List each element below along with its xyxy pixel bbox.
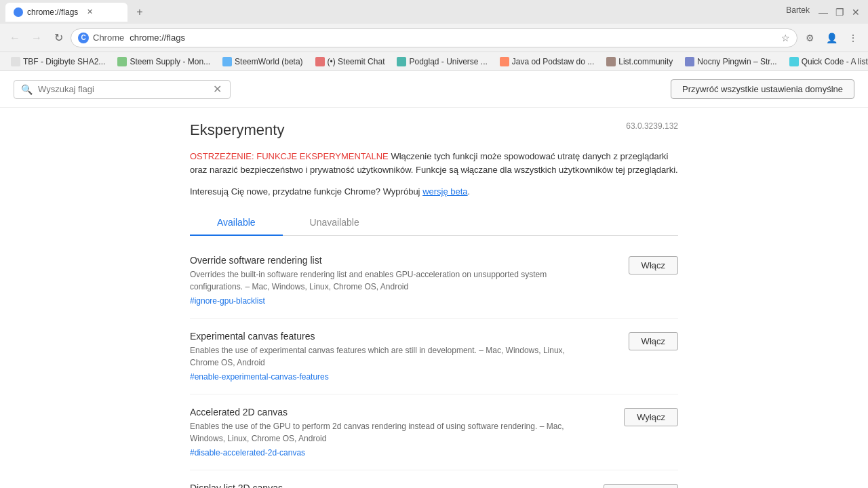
warning-label: OSTRZEŻENIE: FUNKCJE EKSPERYMENTALNE <box>190 151 389 161</box>
feature-btn-3[interactable]: Wyłącz <box>624 408 678 426</box>
bookmark-label-quick-code: Quick Code - A list o... <box>802 57 868 66</box>
bookmarks-bar: TBF - Digibyte SHA2... Steem Supply - Mo… <box>0 52 868 71</box>
nav-bar: ← → ↻ C Chrome chrome://flags ☆ ⚙ 👤 ⋮ <box>0 24 868 52</box>
title-bar: chrome://flags ✕ + Bartek — ❐ ✕ <box>0 0 868 24</box>
feature-override-software-rendering: Override software rendering list Overrid… <box>190 243 678 319</box>
bookmark-favicon-listcommunity <box>606 57 616 66</box>
bookmark-favicon-steemworld <box>222 57 232 66</box>
bookmark-favicon-nocny-pingwin <box>685 57 694 66</box>
bookmark-quick-code[interactable]: Quick Code - A list o... <box>784 54 868 69</box>
minimize-button[interactable]: — <box>816 5 830 19</box>
search-wrap: 🔍 ✕ <box>14 80 231 99</box>
feature-desc-3: Enables the use of the GPU to perform 2d… <box>190 420 590 445</box>
feature-name-3: Accelerated 2D canvas <box>190 407 590 418</box>
bookmark-podglad[interactable]: Podgląd - Universe ... <box>391 54 492 69</box>
bookmark-tbf[interactable]: TBF - Digibyte SHA2... <box>5 54 111 69</box>
bookmark-label-java: Java od Podstaw do ... <box>512 57 594 66</box>
window-controls: Bartek — ❐ ✕ <box>786 5 863 19</box>
forward-button[interactable]: → <box>27 28 46 47</box>
feature-name-1: Override software rendering list <box>190 255 590 266</box>
feature-link-2[interactable]: #enable-experimental-canvas-features <box>190 372 329 382</box>
feature-control-3: Wyłącz <box>604 407 678 426</box>
feature-btn-2[interactable]: Włącz <box>629 332 678 350</box>
bookmark-favicon-steemit-chat <box>315 57 325 66</box>
feature-select-4[interactable]: Default Enabled Disabled <box>604 484 678 488</box>
extensions-button[interactable]: ⚙ <box>800 28 819 47</box>
bookmark-favicon-quick-code <box>789 57 799 66</box>
feature-control-4: Default Enabled Disabled <box>604 483 678 488</box>
page-title: Eksperymenty <box>190 121 284 139</box>
feature-link-3[interactable]: #disable-accelerated-2d-canvas <box>190 448 305 458</box>
feature-desc-1: Overrides the built-in software renderin… <box>190 268 590 293</box>
maximize-button[interactable]: ❐ <box>833 5 846 19</box>
bookmark-favicon-java <box>500 57 509 66</box>
user-avatar-button[interactable]: 👤 <box>822 28 841 47</box>
feature-experimental-canvas: Experimental canvas features Enables the… <box>190 319 678 394</box>
bookmark-steemit-chat[interactable]: (•) Steemit Chat <box>310 54 391 69</box>
content-area: 🔍 ✕ Przywróć wszystkie ustawienia domyśl… <box>0 71 868 488</box>
feature-info-4: Display list 2D canvas Enables the use o… <box>190 483 590 488</box>
feature-list: Override software rendering list Overrid… <box>190 236 678 488</box>
experiments-header: Eksperymenty 63.0.3239.132 <box>190 121 678 139</box>
address-text: chrome://flags <box>130 33 777 43</box>
feature-btn-1[interactable]: Włącz <box>629 256 678 274</box>
feature-info-2: Experimental canvas features Enables the… <box>190 331 590 382</box>
flags-search-bar: 🔍 ✕ Przywróć wszystkie ustawienia domyśl… <box>0 71 868 108</box>
beta-prompt: Interesują Cię nowe, przydatne funkcje C… <box>190 186 422 197</box>
reload-button[interactable]: ↻ <box>49 28 68 47</box>
bookmark-label-steem-supply: Steem Supply - Mon... <box>130 57 210 66</box>
tabs-bar: Available Unavailable <box>190 210 678 236</box>
close-button[interactable]: ✕ <box>849 5 863 19</box>
search-icon: 🔍 <box>21 84 33 95</box>
back-button[interactable]: ← <box>5 28 24 47</box>
person-name-title: Bartek <box>786 5 810 19</box>
bookmark-steemworld[interactable]: SteemWorld (beta) <box>217 54 308 69</box>
search-clear-button[interactable]: ✕ <box>211 83 223 96</box>
reset-all-button[interactable]: Przywróć wszystkie ustawienia domyślne <box>671 79 854 99</box>
beta-link[interactable]: wersję beta <box>422 186 467 197</box>
bookmark-label-nocny-pingwin: Nocny Pingwin – Str... <box>697 57 776 66</box>
tab-close-button[interactable]: ✕ <box>85 7 94 17</box>
bookmark-star-icon[interactable]: ☆ <box>781 33 790 43</box>
site-icon: C <box>78 33 89 43</box>
new-tab-button[interactable]: + <box>132 4 148 20</box>
search-input[interactable] <box>38 84 205 94</box>
bookmark-nocny-pingwin[interactable]: Nocny Pingwin – Str... <box>679 54 782 69</box>
feature-name-2: Experimental canvas features <box>190 331 590 342</box>
feature-accelerated-2d-canvas: Accelerated 2D canvas Enables the use of… <box>190 394 678 470</box>
bookmark-label-listcommunity: List.community <box>618 57 673 66</box>
bookmark-label-steemworld: SteemWorld (beta) <box>235 57 302 66</box>
bookmark-favicon-podglad <box>397 57 406 66</box>
feature-link-1[interactable]: #ignore-gpu-blacklist <box>190 296 265 306</box>
bookmark-favicon-steem-supply <box>117 57 127 66</box>
bookmark-listcommunity[interactable]: List.community <box>601 54 678 69</box>
menu-button[interactable]: ⋮ <box>844 28 863 47</box>
feature-desc-2: Enables the use of experimental canvas f… <box>190 344 590 369</box>
feature-control-2: Włącz <box>604 331 678 350</box>
nav-right-controls: ⚙ 👤 ⋮ <box>800 28 863 47</box>
tab-available[interactable]: Available <box>190 210 283 236</box>
experiments-content: Eksperymenty 63.0.3239.132 OSTRZEŻENIE: … <box>95 108 773 488</box>
bookmark-steem-supply[interactable]: Steem Supply - Mon... <box>112 54 216 69</box>
tab-title: chrome://flags <box>27 7 78 17</box>
bookmark-label-tbf: TBF - Digibyte SHA2... <box>23 57 105 66</box>
feature-name-4: Display list 2D canvas <box>190 483 590 488</box>
warning-text: OSTRZEŻENIE: FUNKCJE EKSPERYMENTALNE Włą… <box>190 150 678 176</box>
feature-info-1: Override software rendering list Overrid… <box>190 255 590 306</box>
tab-favicon <box>14 7 23 17</box>
bookmark-java[interactable]: Java od Podstaw do ... <box>494 54 599 69</box>
feature-display-list-2d-canvas: Display list 2D canvas Enables the use o… <box>190 470 678 488</box>
feature-control-1: Włącz <box>604 255 678 274</box>
active-tab[interactable]: chrome://flags ✕ <box>5 3 127 22</box>
bookmark-favicon-tbf <box>11 57 20 66</box>
chrome-label: Chrome <box>93 33 124 43</box>
feature-info-3: Accelerated 2D canvas Enables the use of… <box>190 407 590 458</box>
tab-unavailable[interactable]: Unavailable <box>283 210 387 236</box>
beta-prompt-end: . <box>468 186 471 197</box>
bookmark-label-steemit-chat: (•) Steemit Chat <box>328 57 385 66</box>
version-text: 63.0.3239.132 <box>626 121 678 131</box>
bookmark-label-podglad: Podgląd - Universe ... <box>409 57 487 66</box>
beta-prompt-line: Interesują Cię nowe, przydatne funkcje C… <box>190 186 678 197</box>
address-bar[interactable]: C Chrome chrome://flags ☆ <box>71 28 797 47</box>
